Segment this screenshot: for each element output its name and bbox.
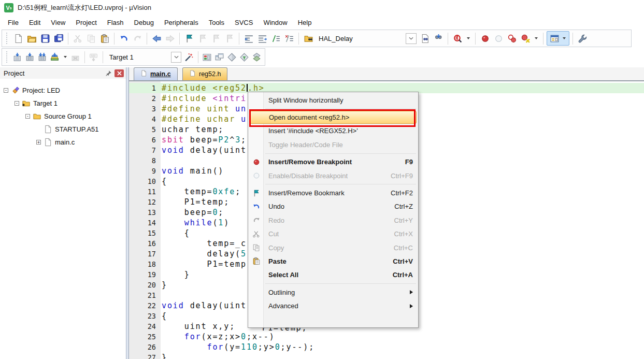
save-all-icon[interactable] <box>52 32 65 45</box>
expand-icon[interactable]: + <box>36 140 41 145</box>
context-menu-item-split-window-horizontally[interactable]: Split Window horizontally <box>248 93 418 107</box>
translate-icon[interactable] <box>12 51 23 63</box>
dropdown-arrow[interactable] <box>467 37 470 39</box>
find-in-files-icon[interactable] <box>419 32 431 45</box>
indent-icon[interactable] <box>256 32 268 45</box>
menu-item-shortcut: Ctrl+C <box>384 244 413 252</box>
batch-build-icon[interactable] <box>49 51 61 63</box>
context-menu-item-enable-disable-breakpoint: Enable/Disable BreakpointCtrl+F9 <box>248 169 418 182</box>
collapse-icon[interactable]: - <box>25 114 30 119</box>
context-menu-item-redo: RedoCtrl+Y <box>248 213 418 227</box>
paste-icon[interactable] <box>98 32 111 45</box>
context-menu-item-select-all[interactable]: Select AllCtrl+A <box>248 268 418 282</box>
build-toolbar: Target 1 <box>2 48 265 66</box>
copy-icon <box>251 243 262 252</box>
menu-item-shortcut: Ctrl+A <box>383 271 413 279</box>
tree-item-startup-a51[interactable]: STARTUP.A51 <box>0 123 126 136</box>
cut-icon <box>251 230 262 238</box>
line-number: 9 <box>129 166 156 176</box>
context-menu: Split Window horizontallyOpen document <… <box>248 92 419 328</box>
copy-icon <box>85 32 97 45</box>
dropdown-arrow[interactable] <box>64 56 67 58</box>
stop-build-icon <box>70 51 81 63</box>
context-menu-item-open-document-reg52-h[interactable]: Open document <reg52.h> <box>250 111 417 123</box>
menu-tools[interactable]: Tools <box>204 17 230 28</box>
menu-view[interactable]: View <box>46 17 70 28</box>
line-number: 22 <box>129 300 156 311</box>
uncomment-icon[interactable] <box>283 32 295 45</box>
rebuild-icon[interactable] <box>37 51 48 63</box>
line-number: 27 <box>129 352 156 359</box>
tab-label: main.c <box>150 70 171 78</box>
manage-components-icon[interactable] <box>202 51 213 63</box>
context-menu-item-advanced[interactable]: Advanced <box>248 299 418 312</box>
target-dropdown[interactable] <box>171 52 181 63</box>
views-button[interactable] <box>547 31 569 46</box>
menu-debug[interactable]: Debug <box>129 17 159 28</box>
books-icon[interactable] <box>251 51 263 63</box>
file-icon <box>189 70 196 78</box>
collapse-icon[interactable]: - <box>4 88 8 93</box>
menu-svcs[interactable]: SVCS <box>230 17 258 28</box>
insert-breakpoint-icon[interactable] <box>479 32 491 45</box>
options-wand-icon[interactable] <box>183 51 195 63</box>
search-combobox[interactable]: HAL_Delay <box>316 35 404 42</box>
line-number: 8 <box>129 155 156 166</box>
line-number: 26 <box>129 342 156 352</box>
menu-help[interactable]: Help <box>293 17 317 28</box>
context-menu-item-insert-remove-bookmark[interactable]: Insert/Remove BookmarkCtrl+F2 <box>248 186 418 199</box>
unindent-icon[interactable] <box>242 32 255 45</box>
collapse-icon[interactable]: - <box>15 101 19 106</box>
navigate-forward-icon <box>164 32 176 45</box>
tree-item-project-led[interactable]: -Project: LED <box>0 84 126 97</box>
line-number: 11 <box>129 186 156 197</box>
configure-icon[interactable] <box>576 32 589 45</box>
context-menu-item-undo[interactable]: UndoCtrl+Z <box>248 200 418 213</box>
open-file-icon[interactable] <box>25 32 38 45</box>
window-views-icon[interactable] <box>548 32 561 45</box>
navigate-back-icon[interactable] <box>150 32 163 45</box>
menu-edit[interactable]: Edit <box>24 17 46 28</box>
tab-reg52-h[interactable]: reg52.h <box>182 67 227 80</box>
menu-flash[interactable]: Flash <box>102 17 129 28</box>
save-icon[interactable] <box>39 32 51 45</box>
context-menu-item-paste[interactable]: PasteCtrl+V <box>248 254 418 268</box>
tree-item-source-group-1[interactable]: -Source Group 1 <box>0 110 126 123</box>
line-number: 18 <box>129 259 156 269</box>
context-menu-item-insert-include-regx52-h[interactable]: Insert '#include <REGX52.H>' <box>248 124 418 138</box>
disable-breakpoints-icon[interactable] <box>519 32 532 45</box>
pin-icon[interactable] <box>104 69 113 77</box>
dropdown-arrow[interactable] <box>535 37 538 39</box>
close-icon[interactable] <box>115 69 124 77</box>
manage-rte-icon[interactable] <box>239 51 250 63</box>
build-icon[interactable] <box>24 51 36 63</box>
menu-peripherals[interactable]: Peripherals <box>159 17 204 28</box>
menu-file[interactable]: File <box>3 17 24 28</box>
kill-breakpoints-icon[interactable] <box>506 32 518 45</box>
find-in-files-dialog-icon[interactable] <box>302 32 314 45</box>
new-file-icon[interactable] <box>12 32 24 45</box>
menu-window[interactable]: Window <box>258 17 292 28</box>
line-number: 5 <box>129 124 156 135</box>
menu-project[interactable]: Project <box>70 17 102 28</box>
start-debug-icon[interactable] <box>451 32 464 45</box>
incremental-find-icon[interactable] <box>432 32 445 45</box>
project-icon <box>11 86 20 95</box>
dropdown-arrow[interactable] <box>563 37 566 39</box>
tree-item-target-1[interactable]: -Target 1 <box>0 97 126 110</box>
software-packs-icon[interactable] <box>226 51 238 63</box>
flip-windows-icon[interactable] <box>214 51 225 63</box>
tree-item-main-c[interactable]: +main.c <box>0 136 126 149</box>
toolbar-separator <box>84 51 85 63</box>
undo-icon[interactable] <box>118 32 130 45</box>
toggle-bookmark-icon[interactable] <box>183 32 195 45</box>
tab-main-c[interactable]: main.c <box>134 67 178 80</box>
search-dropdown[interactable] <box>406 33 417 44</box>
line-number: 4 <box>129 114 156 124</box>
comment-icon[interactable] <box>269 32 282 45</box>
context-menu-item-outlining[interactable]: Outlining <box>248 285 418 299</box>
enable-breakpoint-icon[interactable] <box>492 32 505 45</box>
context-menu-item-insert-remove-breakpoint[interactable]: Insert/Remove BreakpointF9 <box>248 155 418 169</box>
target-combobox[interactable]: Target 1 <box>106 53 169 61</box>
expander-spacer <box>36 127 41 132</box>
